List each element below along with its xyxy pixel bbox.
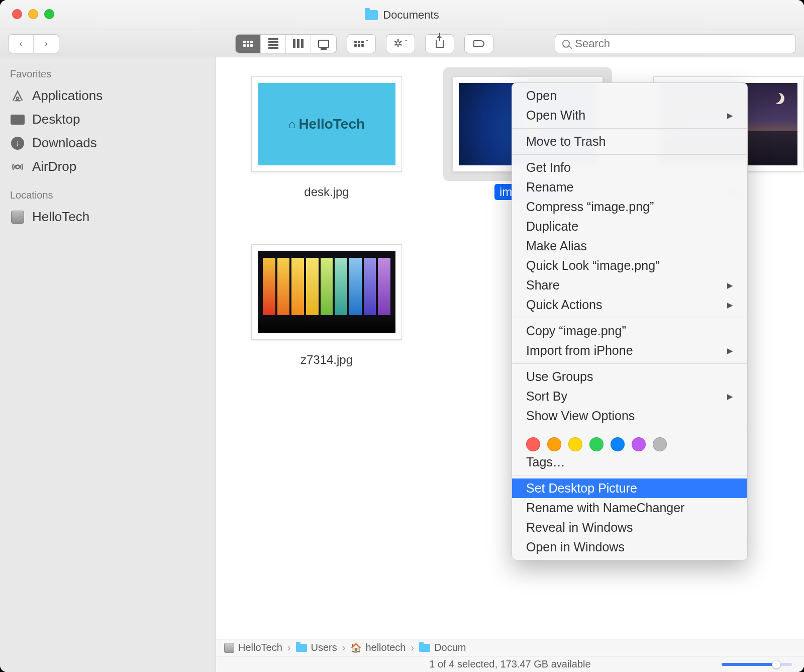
sidebar-item-downloads[interactable]: ↓ Downloads [5,131,211,155]
file-item[interactable]: z7314.jpg [231,235,422,368]
menu-item-use-groups[interactable]: Use Groups [512,367,747,387]
menu-item-share[interactable]: Share [512,275,747,295]
tag-green[interactable] [589,437,604,451]
menu-separator [512,475,747,475]
sidebar-item-hellotech[interactable]: HelloTech [5,205,211,229]
folder-icon [419,644,430,652]
titlebar: Documents [0,0,804,30]
menu-item-rename-with-namechanger[interactable]: Rename with NameChanger [512,498,747,518]
path-separator-icon: › [287,642,291,653]
menu-item-import-from-iphone[interactable]: Import from iPhone [512,341,747,360]
menu-item-move-to-trash[interactable]: Move to Trash [512,132,747,151]
group-icon [354,41,364,47]
share-icon [436,40,444,48]
view-column-button[interactable] [286,35,311,53]
sidebar-item-desktop[interactable]: Desktop [5,108,211,131]
menu-separator [512,318,747,318]
airdrop-icon [10,160,25,173]
path-crumb[interactable]: HelloTech [224,642,282,653]
downloads-icon: ↓ [10,137,25,150]
sidebar-section-favorites: Favorites [5,64,211,84]
window-title: Documents [0,9,804,22]
menu-item-show-view-options[interactable]: Show View Options [512,406,747,426]
window-title-text: Documents [383,9,439,22]
menu-separator [512,429,747,429]
list-icon [268,38,278,49]
file-name[interactable]: desk.jpg [299,184,354,200]
chevron-down-icon: ˇ [405,39,407,48]
menu-item-open-with[interactable]: Open With [512,106,747,125]
view-gallery-button[interactable] [311,35,336,53]
sidebar-item-airdrop[interactable]: AirDrop [5,155,211,178]
tag-blue[interactable] [611,437,625,451]
toolbar: ‹ › ˇ ✲ˇ [0,30,804,57]
file-name[interactable]: z7314.jpg [295,352,358,368]
path-crumb[interactable]: Docum [419,642,466,653]
path-separator-icon: › [342,642,346,653]
icon-size-slider[interactable] [722,663,792,666]
tag-purple[interactable] [632,437,646,451]
sidebar-item-label: Downloads [32,135,97,151]
window-controls [12,9,54,19]
menu-item-quick-actions[interactable]: Quick Actions [512,295,747,315]
search-icon [562,40,570,48]
tag-gray[interactable] [653,437,667,451]
menu-item-quick-look[interactable]: Quick Look “image.png” [512,256,747,275]
slider-knob[interactable] [772,660,781,669]
group-by-button[interactable]: ˇ [347,34,376,53]
search-field[interactable] [555,34,796,53]
folder-icon [365,10,378,20]
file-thumbnail [258,251,395,333]
menu-item-make-alias[interactable]: Make Alias [512,236,747,256]
menu-item-reveal-in-windows[interactable]: Reveal in Windows [512,518,747,537]
menu-separator [512,128,747,129]
svg-point-1 [16,165,20,168]
menu-item-open[interactable]: Open [512,86,747,106]
close-window-button[interactable] [12,9,22,19]
disk-icon [224,643,234,653]
path-crumb[interactable]: Users [296,642,337,653]
sidebar-item-label: HelloTech [32,209,89,225]
tags-button[interactable] [464,34,493,53]
file-item[interactable]: ⌂HelloTech desk.jpg [231,67,422,200]
chevron-down-icon: ˇ [366,39,368,48]
fullscreen-window-button[interactable] [44,9,54,19]
menu-item-sort-by[interactable]: Sort By [512,387,747,406]
nav-buttons: ‹ › [8,34,59,53]
back-button[interactable]: ‹ [9,35,34,53]
search-input[interactable] [575,37,788,50]
view-list-button[interactable] [261,35,286,53]
view-switcher [235,34,337,53]
minimize-window-button[interactable] [28,9,38,19]
share-button[interactable] [425,34,454,53]
view-icon-button[interactable] [236,35,261,53]
svg-point-0 [17,97,19,100]
menu-item-copy[interactable]: Copy “image.png” [512,321,747,341]
folder-icon [296,644,307,652]
path-crumb[interactable]: 🏠hellotech [350,642,406,653]
forward-button[interactable]: › [34,35,59,53]
menu-item-set-desktop-picture[interactable]: Set Desktop Picture [512,478,747,498]
action-menu-button[interactable]: ✲ˇ [386,34,415,53]
file-thumbnail: ⌂HelloTech [258,83,395,165]
tag-yellow[interactable] [568,437,582,451]
applications-icon [10,89,25,103]
disk-icon [10,211,25,224]
menu-item-open-in-windows[interactable]: Open in Windows [512,537,747,557]
path-bar: HelloTech › Users › 🏠hellotech › Docum [216,639,804,656]
menu-item-duplicate[interactable]: Duplicate [512,217,747,236]
desktop-icon [10,113,25,126]
tags-color-row [512,432,747,452]
tag-red[interactable] [526,437,540,451]
menu-item-rename[interactable]: Rename [512,177,747,197]
sidebar-item-label: AirDrop [32,159,76,174]
menu-item-get-info[interactable]: Get Info [512,158,747,177]
gear-icon: ✲ [393,37,403,50]
sidebar-item-applications[interactable]: Applications [5,84,211,108]
status-bar: 1 of 4 selected, 173.47 GB available [216,656,804,672]
menu-item-compress[interactable]: Compress “image.png” [512,197,747,217]
home-icon: 🏠 [350,642,361,653]
menu-item-tags[interactable]: Tags… [512,452,747,472]
tag-icon [473,40,484,47]
tag-orange[interactable] [547,437,561,451]
